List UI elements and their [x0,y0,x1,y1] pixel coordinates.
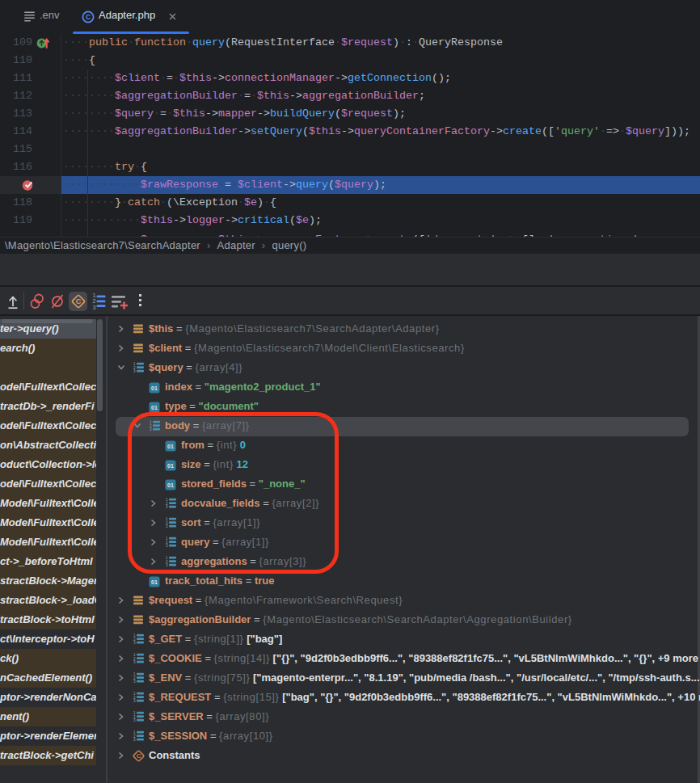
svg-text:C: C [76,297,82,305]
svg-text:01: 01 [151,404,158,410]
svg-text:3: 3 [133,699,136,703]
svg-text:3: 3 [133,369,136,373]
svg-text:01: 01 [151,385,158,390]
svg-text:3: 3 [133,641,136,645]
svg-text:3: 3 [133,718,136,722]
svg-text:01: 01 [151,579,158,584]
svg-text:C: C [136,752,141,760]
svg-text:3: 3 [133,660,136,664]
svg-text:3: 3 [133,738,136,742]
svg-text:C: C [86,13,91,21]
svg-text:3: 3 [133,680,136,684]
